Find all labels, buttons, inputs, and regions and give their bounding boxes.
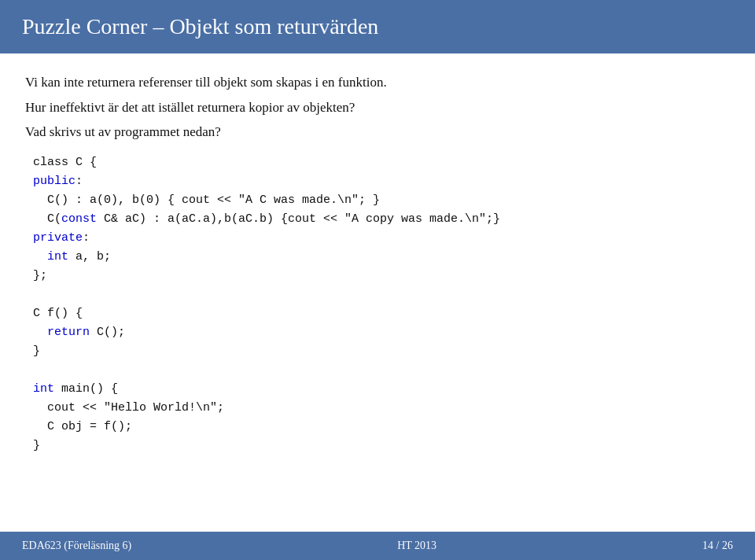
intro-line2: Hur ineffektivt är det att istället retu… [25, 98, 730, 118]
code-line-12 [33, 361, 730, 380]
slide-footer: EDA623 (Föreläsning 6) HT 2013 14 / 26 [0, 532, 755, 560]
main-content: Vi kan inte returnera referenser till ob… [0, 53, 755, 532]
code-line-14: cout << "Hello World!\n"; [33, 399, 730, 418]
code-line-2: public: [33, 172, 730, 191]
code-line-8 [33, 286, 730, 304]
code-line-3: C() : a(0), b(0) { cout << "A C was made… [33, 191, 730, 210]
slide-title: Puzzle Corner – Objekt som returvärden [22, 14, 733, 39]
footer-page: 14 / 26 [702, 540, 733, 552]
code-block: class C { public: C() : a(0), b(0) { cou… [25, 153, 730, 455]
footer-semester: HT 2013 [397, 540, 436, 552]
code-line-4: C(const C& aC) : a(aC.a),b(aC.b) {cout <… [33, 210, 730, 229]
code-line-13: int main() { [33, 380, 730, 399]
footer-course: EDA623 (Föreläsning 6) [22, 540, 131, 552]
code-line-6: int a, b; [33, 248, 730, 267]
intro-line3: Vad skrivs ut av programmet nedan? [25, 122, 730, 142]
code-line-10: return C(); [33, 323, 730, 342]
code-line-9: C f() { [33, 304, 730, 323]
slide-header: Puzzle Corner – Objekt som returvärden [0, 0, 755, 53]
code-line-11: } [33, 342, 730, 361]
code-line-16: } [33, 437, 730, 455]
code-line-15: C obj = f(); [33, 418, 730, 437]
code-line-7: }; [33, 267, 730, 286]
code-line-5: private: [33, 229, 730, 248]
intro-line1: Vi kan inte returnera referenser till ob… [25, 72, 730, 93]
code-line-1: class C { [33, 153, 730, 172]
